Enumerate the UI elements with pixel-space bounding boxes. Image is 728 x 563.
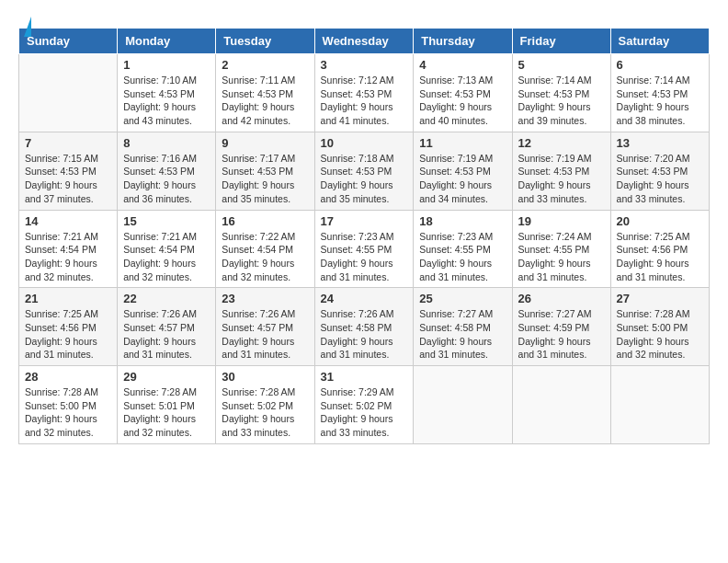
calendar-week-row: 1Sunrise: 7:10 AM Sunset: 4:53 PM Daylig… [19,54,710,132]
calendar-cell: 15Sunrise: 7:21 AM Sunset: 4:54 PM Dayli… [118,210,216,288]
day-number: 21 [25,292,111,305]
day-number: 18 [419,214,506,228]
day-info: Sunrise: 7:10 AM Sunset: 4:53 PM Dayligh… [123,74,210,128]
day-number: 16 [222,214,308,228]
calendar-cell: 11Sunrise: 7:19 AM Sunset: 4:53 PM Dayli… [414,132,512,210]
day-info: Sunrise: 7:25 AM Sunset: 4:56 PM Dayligh… [617,230,703,284]
calendar-header-wednesday: Wednesday [314,29,414,54]
day-number: 26 [518,292,605,305]
day-number: 24 [321,292,408,305]
day-number: 15 [123,214,210,228]
day-info: Sunrise: 7:18 AM Sunset: 4:53 PM Dayligh… [321,152,408,206]
day-info: Sunrise: 7:11 AM Sunset: 4:53 PM Dayligh… [222,74,308,128]
day-info: Sunrise: 7:26 AM Sunset: 4:57 PM Dayligh… [123,307,210,362]
calendar-header-saturday: Saturday [610,29,709,54]
day-info: Sunrise: 7:21 AM Sunset: 4:54 PM Dayligh… [25,230,111,284]
day-number: 9 [222,136,308,150]
day-number: 5 [518,58,605,72]
calendar-cell: 16Sunrise: 7:22 AM Sunset: 4:54 PM Dayli… [216,210,314,288]
calendar-week-row: 7Sunrise: 7:15 AM Sunset: 4:53 PM Daylig… [19,132,710,210]
calendar-cell [19,54,118,132]
day-info: Sunrise: 7:23 AM Sunset: 4:55 PM Dayligh… [321,230,408,284]
day-info: Sunrise: 7:27 AM Sunset: 4:58 PM Dayligh… [419,307,506,362]
day-info: Sunrise: 7:28 AM Sunset: 5:00 PM Dayligh… [25,385,111,440]
calendar-cell: 14Sunrise: 7:21 AM Sunset: 4:54 PM Dayli… [19,210,118,288]
day-info: Sunrise: 7:17 AM Sunset: 4:53 PM Dayligh… [222,152,308,206]
calendar-cell: 28Sunrise: 7:28 AM Sunset: 5:00 PM Dayli… [19,366,118,444]
calendar-header-thursday: Thursday [414,29,512,54]
day-number: 22 [123,292,210,305]
calendar-cell: 19Sunrise: 7:24 AM Sunset: 4:55 PM Dayli… [512,210,610,288]
calendar-cell: 23Sunrise: 7:26 AM Sunset: 4:57 PM Dayli… [216,288,314,366]
day-info: Sunrise: 7:28 AM Sunset: 5:00 PM Dayligh… [617,307,703,362]
calendar-cell: 21Sunrise: 7:25 AM Sunset: 4:56 PM Dayli… [19,288,118,366]
calendar-cell: 13Sunrise: 7:20 AM Sunset: 4:53 PM Dayli… [610,132,709,210]
day-number: 1 [123,58,210,72]
calendar-header-friday: Friday [512,29,610,54]
day-number: 29 [123,370,210,384]
day-number: 13 [617,136,703,150]
day-info: Sunrise: 7:15 AM Sunset: 4:53 PM Dayligh… [25,152,111,206]
calendar-week-row: 14Sunrise: 7:21 AM Sunset: 4:54 PM Dayli… [19,210,710,288]
day-number: 25 [419,292,506,305]
calendar-cell: 3Sunrise: 7:12 AM Sunset: 4:53 PM Daylig… [314,54,414,132]
calendar-cell: 24Sunrise: 7:26 AM Sunset: 4:58 PM Dayli… [314,288,414,366]
day-number: 19 [518,214,605,228]
day-number: 23 [222,292,308,305]
day-info: Sunrise: 7:14 AM Sunset: 4:53 PM Dayligh… [518,74,605,128]
calendar-header-monday: Monday [118,29,216,54]
day-number: 3 [321,58,408,72]
day-number: 4 [419,58,506,72]
calendar-cell: 26Sunrise: 7:27 AM Sunset: 4:59 PM Dayli… [512,288,610,366]
day-info: Sunrise: 7:29 AM Sunset: 5:02 PM Dayligh… [321,385,408,440]
calendar-cell: 29Sunrise: 7:28 AM Sunset: 5:01 PM Dayli… [118,366,216,444]
day-info: Sunrise: 7:14 AM Sunset: 4:53 PM Dayligh… [617,74,703,128]
day-info: Sunrise: 7:13 AM Sunset: 4:53 PM Dayligh… [419,74,506,128]
day-number: 28 [25,370,111,384]
calendar-cell: 22Sunrise: 7:26 AM Sunset: 4:57 PM Dayli… [118,288,216,366]
day-info: Sunrise: 7:28 AM Sunset: 5:01 PM Dayligh… [123,385,210,440]
day-number: 12 [518,136,605,150]
calendar-header-row: SundayMondayTuesdayWednesdayThursdayFrid… [19,29,710,54]
day-number: 7 [25,136,111,150]
day-info: Sunrise: 7:24 AM Sunset: 4:55 PM Dayligh… [518,230,605,284]
day-info: Sunrise: 7:21 AM Sunset: 4:54 PM Dayligh… [123,230,210,284]
day-number: 14 [25,214,111,228]
calendar-cell: 7Sunrise: 7:15 AM Sunset: 4:53 PM Daylig… [19,132,118,210]
day-info: Sunrise: 7:26 AM Sunset: 4:57 PM Dayligh… [222,307,308,362]
day-number: 6 [617,58,703,72]
calendar-cell: 25Sunrise: 7:27 AM Sunset: 4:58 PM Dayli… [414,288,512,366]
calendar-cell: 31Sunrise: 7:29 AM Sunset: 5:02 PM Dayli… [314,366,414,444]
calendar-cell: 8Sunrise: 7:16 AM Sunset: 4:53 PM Daylig… [118,132,216,210]
calendar-cell [512,366,610,444]
day-info: Sunrise: 7:12 AM Sunset: 4:53 PM Dayligh… [321,74,408,128]
day-number: 2 [222,58,308,72]
calendar-cell: 2Sunrise: 7:11 AM Sunset: 4:53 PM Daylig… [216,54,314,132]
calendar-header-tuesday: Tuesday [216,29,314,54]
calendar-cell: 20Sunrise: 7:25 AM Sunset: 4:56 PM Dayli… [610,210,709,288]
day-number: 8 [123,136,210,150]
calendar-week-row: 21Sunrise: 7:25 AM Sunset: 4:56 PM Dayli… [19,288,710,366]
calendar-cell [610,366,709,444]
day-info: Sunrise: 7:16 AM Sunset: 4:53 PM Dayligh… [123,152,210,206]
calendar-table: SundayMondayTuesdayWednesdayThursdayFrid… [18,28,710,444]
day-number: 27 [617,292,703,305]
calendar-cell: 17Sunrise: 7:23 AM Sunset: 4:55 PM Dayli… [314,210,414,288]
day-info: Sunrise: 7:28 AM Sunset: 5:02 PM Dayligh… [222,385,308,440]
calendar-week-row: 28Sunrise: 7:28 AM Sunset: 5:00 PM Dayli… [19,366,710,444]
day-info: Sunrise: 7:19 AM Sunset: 4:53 PM Dayligh… [518,152,605,206]
calendar-cell: 9Sunrise: 7:17 AM Sunset: 4:53 PM Daylig… [216,132,314,210]
calendar-cell: 10Sunrise: 7:18 AM Sunset: 4:53 PM Dayli… [314,132,414,210]
calendar-cell: 6Sunrise: 7:14 AM Sunset: 4:53 PM Daylig… [610,54,709,132]
day-info: Sunrise: 7:25 AM Sunset: 4:56 PM Dayligh… [25,307,111,362]
day-number: 10 [321,136,408,150]
day-info: Sunrise: 7:19 AM Sunset: 4:53 PM Dayligh… [419,152,506,206]
day-info: Sunrise: 7:20 AM Sunset: 4:53 PM Dayligh… [617,152,703,206]
calendar-cell [414,366,512,444]
day-info: Sunrise: 7:27 AM Sunset: 4:59 PM Dayligh… [518,307,605,362]
calendar-cell: 18Sunrise: 7:23 AM Sunset: 4:55 PM Dayli… [414,210,512,288]
day-info: Sunrise: 7:23 AM Sunset: 4:55 PM Dayligh… [419,230,506,284]
calendar-cell: 30Sunrise: 7:28 AM Sunset: 5:02 PM Dayli… [216,366,314,444]
day-number: 20 [617,214,703,228]
day-info: Sunrise: 7:22 AM Sunset: 4:54 PM Dayligh… [222,230,308,284]
